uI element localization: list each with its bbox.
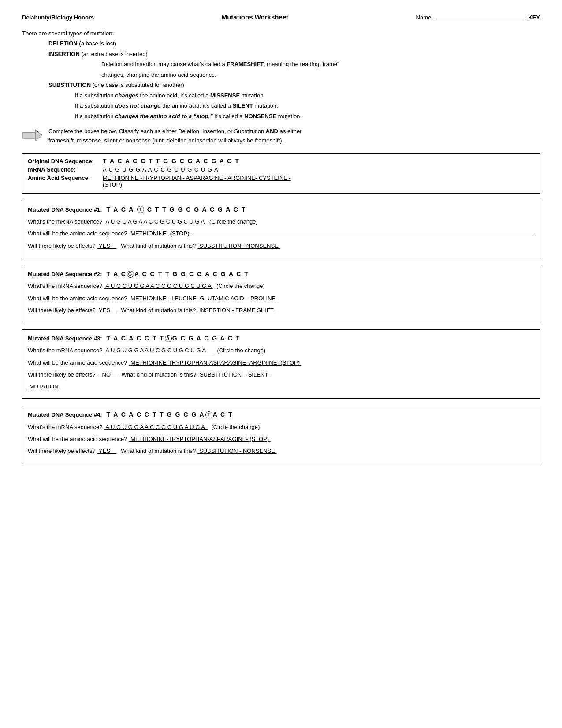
arrow-text1: Complete the boxes below. Classify each … bbox=[48, 128, 266, 134]
mut3-circle-note: (Circle the change) bbox=[217, 346, 265, 355]
mutation-box-3: Mutated DNA Sequence #3: T A C A C C T T… bbox=[22, 329, 540, 399]
mut1-circled-char: T bbox=[137, 206, 144, 213]
mut4-effects-a: YES bbox=[97, 446, 117, 456]
mut1-seq-row: Mutated DNA Sequence #1: T A C A T C T T… bbox=[28, 205, 534, 215]
original-dna-box: Original DNA Sequence: T A C A C C T T G… bbox=[22, 153, 540, 194]
mut2-amino-q: What will be the amino acid sequence? bbox=[28, 294, 127, 303]
insertion-line: INSERTION (an extra base is inserted) bbox=[22, 49, 540, 59]
substitution-line: SUBSTITUTION (one base is substituted fo… bbox=[22, 80, 540, 90]
arrow-text: Complete the boxes below. Classify each … bbox=[48, 127, 301, 146]
mut3-effects-row: Will there likely be effects? NO What ki… bbox=[28, 370, 534, 380]
substitution-text: (one base is substituted for another) bbox=[91, 82, 184, 88]
mut1-amino-a: METHIONINE -(STOP) bbox=[129, 229, 191, 239]
mut1-amino-q: What will be the amino acid sequence? bbox=[28, 229, 127, 239]
mut4-effects-q: Will there likely be effects? bbox=[28, 446, 96, 456]
original-amino-sequence: METHIONINE -TRYPTOPHAN - ASPARAGINE - AR… bbox=[103, 175, 291, 188]
original-amino-label: Amino Acid Sequence: bbox=[28, 175, 103, 181]
mut2-amino-row: What will be the amino acid sequence? ME… bbox=[28, 294, 534, 303]
mut2-mrna-a: A U G C U G G A A C C G C U G C U G A bbox=[104, 281, 213, 291]
mut1-kind-q: What kind of mutation is this? bbox=[121, 241, 196, 251]
deletion-line: DELETION (a base is lost) bbox=[22, 39, 540, 48]
mut2-mrna-q: What’s the mRNA sequence? bbox=[28, 281, 103, 291]
arrow-line1: Complete the boxes below. Classify each … bbox=[48, 127, 301, 136]
mut4-amino-a: METHIONINE-TRYPTOPHAN-ASPARAGINE- (STOP) bbox=[129, 434, 270, 444]
substitution-label: SUBSTITUTION bbox=[48, 82, 91, 88]
mut4-effects-row: Will there likely be effects? YES What k… bbox=[28, 446, 534, 456]
silent-text2: the amino acid, it’s called a bbox=[160, 102, 232, 109]
mut1-mrna-q: What’s the mRNA sequence? bbox=[28, 217, 103, 227]
nonsense-text1: If a substitution bbox=[75, 113, 115, 119]
original-mrna-label: mRNA Sequence: bbox=[28, 166, 103, 173]
mut3-seq-row: Mutated DNA Sequence #3: T A C A C C T T… bbox=[28, 333, 534, 344]
worksheet-title: Mutations Worksheet bbox=[222, 13, 288, 21]
missense-text2: the amino acid, it’s called a bbox=[138, 92, 210, 99]
arrow-and: AND bbox=[266, 128, 278, 134]
frameshift-line2: changes, changing the amino acid sequenc… bbox=[22, 70, 540, 79]
mut1-mrna-row: What’s the mRNA sequence? A U G U A G A … bbox=[28, 217, 534, 227]
mut1-effects-a: YES bbox=[97, 241, 117, 251]
frameshift-line1: Deletion and insertion may cause what's … bbox=[22, 60, 540, 69]
arrow-text2: as either bbox=[278, 128, 301, 134]
mut2-circled-char: G bbox=[127, 271, 134, 278]
arrow-instruction: Complete the boxes below. Classify each … bbox=[22, 127, 540, 146]
mut1-mrna-a: A U G U A G A A C C G C U G C U G A bbox=[104, 217, 206, 227]
mut3-kind-a: SUBSTITUTION – SILENT bbox=[198, 370, 269, 380]
nonsense-text2: it’s called a bbox=[213, 113, 244, 119]
mut4-seq-row: Mutated DNA Sequence #4: T A C A C C T T… bbox=[28, 410, 534, 420]
mut4-kind-a: SUBSITUTION - NONSENSE bbox=[197, 446, 276, 456]
mut4-seq: T A C A C C T T G G C G ATA C T bbox=[104, 410, 233, 420]
mut4-circled-char: T bbox=[205, 411, 212, 418]
mut1-effects-q: Will there likely be effects? bbox=[28, 241, 96, 251]
mut2-mrna-row: What’s the mRNA sequence? A U G C U G G … bbox=[28, 281, 534, 291]
frameshift-text2: , meaning the reading “frame” bbox=[264, 61, 339, 67]
mut3-circled-char: A bbox=[165, 335, 172, 342]
original-mrna-row: mRNA Sequence: A U G U G G A A C C G C U… bbox=[28, 166, 534, 173]
mut4-amino-q: What will be the amino acid sequence? bbox=[28, 434, 127, 444]
mut3-mrna-q: What’s the mRNA sequence? bbox=[28, 346, 103, 355]
mut4-amino-row: What will be the amino acid sequence? ME… bbox=[28, 434, 534, 444]
mut1-seq: T A C A T C T T G G C G A C G A C T bbox=[104, 205, 246, 215]
nonsense-italic: changes the amino acid to a “stop,” bbox=[115, 113, 213, 119]
silent-bold: SILENT bbox=[232, 102, 253, 109]
missense-line: If a substitution changes the amino acid… bbox=[22, 91, 540, 100]
mut4-circle-note: (Circle the change) bbox=[211, 422, 260, 432]
arrow-line2: frameshift, missense, silent or nonsense… bbox=[48, 136, 301, 146]
silent-line: If a substitution does not change the am… bbox=[22, 101, 540, 110]
mut4-mrna-q: What’s the mRNA sequence? bbox=[28, 422, 103, 432]
mut2-effects-q: Will there likely be effects? bbox=[28, 306, 96, 315]
mut3-seq: T A C A C C T TAG C G A C G A C T bbox=[104, 333, 241, 344]
mut2-effects-row: Will there likely be effects? YES What k… bbox=[28, 306, 534, 315]
mut1-circle-note: (Circle the change) bbox=[209, 217, 258, 227]
mut4-kind-q: What kind of mutation is this? bbox=[121, 446, 196, 456]
mut3-kind-q: What kind of mutation is this? bbox=[121, 370, 196, 380]
name-line bbox=[436, 19, 525, 19]
mut1-kind-a: SUBSTITUTION - NONSENSE bbox=[197, 241, 280, 251]
page-header: Delahunty/Biology Honors Mutations Works… bbox=[22, 13, 540, 21]
arrow-icon bbox=[22, 128, 43, 145]
mut3-label: Mutated DNA Sequence #3: bbox=[28, 334, 102, 343]
insertion-label: INSERTION bbox=[48, 51, 80, 57]
intro-section: There are several types of mutation: DEL… bbox=[22, 29, 540, 121]
silent-text1: If a substitution bbox=[75, 102, 115, 109]
mutation-box-1: Mutated DNA Sequence #1: T A C A T C T T… bbox=[22, 201, 540, 258]
original-mrna-sequence: A U G U G G A A C C G C U G C U G A bbox=[103, 166, 219, 173]
mutation-box-2: Mutated DNA Sequence #2: T A CGA C C T T… bbox=[22, 265, 540, 322]
insertion-text: (an extra base is inserted) bbox=[80, 51, 148, 57]
name-key-area: Name KEY bbox=[416, 14, 540, 21]
mut2-label: Mutated DNA Sequence #2: bbox=[28, 269, 102, 279]
mut3-kind2-row: MUTATION bbox=[28, 382, 534, 392]
frameshift-text1: Deletion and insertion may cause what's … bbox=[101, 61, 227, 67]
missense-text3: mutation. bbox=[240, 92, 265, 99]
intro-line1: There are several types of mutation: bbox=[22, 29, 540, 38]
frameshift-bold: FRAMESHIFT bbox=[227, 61, 264, 67]
mut3-kind-a2: MUTATION bbox=[28, 382, 60, 392]
original-amino-row: Amino Acid Sequence: METHIONINE -TRYPTOP… bbox=[28, 175, 534, 188]
silent-text3: mutation. bbox=[253, 102, 278, 109]
nonsense-bold: NONSENSE bbox=[244, 113, 276, 119]
mut4-mrna-a: A U G U G G A A C C G C U G A U G A bbox=[104, 422, 208, 432]
deletion-label: DELETION bbox=[48, 40, 78, 47]
mut3-amino-q: What will be the amino acid sequence? bbox=[28, 358, 127, 368]
mut2-seq: T A CGA C C T T G G C G A C G A C T bbox=[104, 269, 249, 280]
mutation-box-4: Mutated DNA Sequence #4: T A C A C C T T… bbox=[22, 406, 540, 463]
mut3-mrna-a: A U G U G G A A U C G C U G C U G A bbox=[104, 346, 214, 355]
